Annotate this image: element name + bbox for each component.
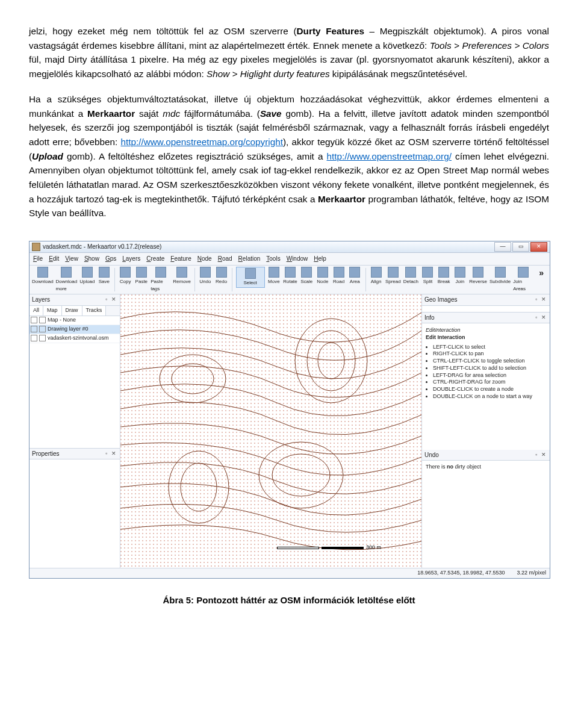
close-button[interactable]: ✕ [530, 242, 547, 252]
panel-controls-icon[interactable]: ▫ ✕ [105, 296, 117, 304]
minimize-button[interactable]: — [494, 242, 511, 252]
toolbtn-label: Paste tags [151, 278, 170, 293]
menu-relation[interactable]: Relation [238, 254, 261, 264]
info-hint: DOUBLE-CLICK on a node to start a way [433, 393, 546, 400]
panel-controls-icon[interactable]: ▫ ✕ [535, 314, 547, 322]
map-canvas[interactable]: 300 m [120, 294, 421, 568]
text: jelzi, hogy ezeket még nem töltöttük fel… [29, 26, 297, 36]
redo-icon [216, 267, 227, 278]
toolbtn-upload[interactable]: Upload [79, 267, 95, 285]
toolbtn-undo[interactable]: Undo [199, 267, 213, 285]
menu-tools[interactable]: Tools [266, 254, 280, 264]
menu-file[interactable]: File [33, 254, 43, 264]
text: kipipálásának megszűntetésével. [330, 69, 468, 79]
toolbtn-label: Paste [135, 278, 148, 285]
figure-caption: Ábra 5: Pontozott háttér az OSM informác… [29, 593, 549, 607]
menu-gps[interactable]: Gps [105, 254, 116, 264]
toolbtn-reverse[interactable]: Reverse [469, 267, 487, 285]
status-coords: 18.9653, 47.5345, 18.9982, 47.5530 [417, 569, 505, 577]
undo-panel-title: Undo [424, 450, 439, 460]
toolbtn-download-more[interactable]: Download more [56, 267, 78, 293]
toolbtn-label: Rotate [283, 278, 297, 285]
menu-layers[interactable]: Layers [122, 254, 140, 264]
menu-feature[interactable]: Feature [170, 254, 191, 264]
reverse-icon [473, 267, 483, 278]
layer-visibility-icon[interactable] [31, 317, 37, 323]
layers-panel-header: Layers ▫ ✕ [30, 294, 120, 306]
toolbtn-join-areas[interactable]: Join Areas [513, 267, 533, 293]
layer-row[interactable]: Map - None [30, 316, 120, 325]
layer-row[interactable]: vadaskert-szintvonal.osm [30, 334, 120, 343]
menu-help[interactable]: Help [314, 254, 326, 264]
toolbtn-label: Align [371, 278, 382, 285]
join-areas-icon [518, 267, 529, 278]
link-osm-copyright[interactable]: http://www.openstreetmap.org/copyright [120, 137, 283, 147]
toolbtn-save[interactable]: Save [98, 267, 111, 285]
menu-edit[interactable]: Edit [49, 254, 59, 264]
app-name: Merkaartor [87, 108, 135, 119]
toolbtn-redo[interactable]: Redo [214, 267, 228, 285]
layer-lock-icon[interactable] [39, 326, 46, 332]
toolbtn-remove[interactable]: Remove [173, 267, 191, 285]
toolbtn-node[interactable]: Node [316, 267, 330, 285]
toolbtn-break[interactable]: Break [437, 267, 451, 285]
menu-path: Tools > Preferences > Colors [430, 40, 549, 51]
toolbtn-download[interactable]: Download [32, 267, 54, 285]
menu-node[interactable]: Node [197, 254, 212, 264]
layer-visibility-icon[interactable] [31, 326, 37, 332]
detach-icon [405, 267, 416, 278]
spread-icon [388, 267, 399, 278]
geoimages-panel-title: Geo Images [424, 295, 457, 305]
toolbtn-paste[interactable]: Paste [134, 267, 148, 285]
info-hint: CTRL-LEFT-CLICK to toggle selection [433, 358, 546, 365]
toolbtn-join[interactable]: Join [453, 267, 467, 285]
toolbtn-area[interactable]: Area [348, 267, 362, 285]
toolbtn-road[interactable]: Road [332, 267, 346, 285]
maximize-button[interactable]: ▭ [512, 242, 529, 252]
layer-lock-icon[interactable] [39, 317, 46, 323]
toolbtn-select[interactable]: Select [237, 268, 264, 287]
layers-tab-all[interactable]: All [30, 306, 43, 316]
toolbtn-spread[interactable]: Spread [385, 267, 401, 285]
menu-show[interactable]: Show [84, 254, 99, 264]
toolbtn-label: Split [423, 278, 433, 285]
toolbtn-subdivide[interactable]: Subdivide [489, 267, 511, 285]
panel-controls-icon[interactable]: ▫ ✕ [535, 451, 547, 459]
area-icon [349, 267, 360, 278]
toolbtn-align[interactable]: Align [369, 267, 383, 285]
toolbtn-scale[interactable]: Scale [300, 267, 314, 285]
menu-create[interactable]: Create [146, 254, 164, 264]
layer-row[interactable]: Drawing layer #0 [30, 325, 120, 334]
download-more-icon [61, 267, 72, 278]
layers-tab-tracks[interactable]: Tracks [82, 306, 107, 316]
main-toolbar: DownloadDownload moreUploadSaveCopyPaste… [30, 266, 550, 295]
move-icon [269, 267, 279, 278]
toolbtn-paste-tags[interactable]: Paste tags [151, 267, 170, 293]
menu-window[interactable]: Window [287, 254, 308, 264]
toolbar-overflow-icon[interactable]: » [535, 267, 547, 280]
download-icon [37, 267, 48, 278]
toolbtn-label: Upload [79, 278, 95, 285]
layer-visibility-icon[interactable] [31, 335, 37, 341]
toolbtn-label: Reverse [469, 278, 487, 285]
align-icon [371, 267, 382, 278]
toolbtn-copy[interactable]: Copy [119, 267, 132, 285]
menu-view[interactable]: View [65, 254, 78, 264]
toolbtn-label: Copy [120, 278, 131, 285]
layer-label: vadaskert-szintvonal.osm [48, 334, 109, 343]
toolbtn-split[interactable]: Split [421, 267, 435, 285]
layers-tab-map[interactable]: Map [43, 306, 62, 316]
panel-controls-icon[interactable]: ▫ ✕ [105, 450, 117, 458]
info-hints-list: LEFT-CLICK to selectRIGHT-CLICK to panCT… [433, 344, 546, 400]
properties-panel-header: Properties ▫ ✕ [30, 449, 120, 460]
layers-tab-draw[interactable]: Draw [62, 306, 82, 316]
toolbtn-rotate[interactable]: Rotate [283, 267, 297, 285]
panel-controls-icon[interactable]: ▫ ✕ [535, 296, 547, 304]
menu-road[interactable]: Road [218, 254, 232, 264]
merkaartor-screenshot: vadaskert.mdc - Merkaartor v0.17.2(relea… [29, 241, 550, 579]
toolbtn-move[interactable]: Move [267, 267, 281, 285]
layer-lock-icon[interactable] [39, 335, 46, 341]
toolbtn-detach[interactable]: Detach [403, 267, 418, 285]
app-icon [32, 243, 40, 251]
link-osm-home[interactable]: http://www.openstreetmap.org/ [327, 151, 452, 161]
